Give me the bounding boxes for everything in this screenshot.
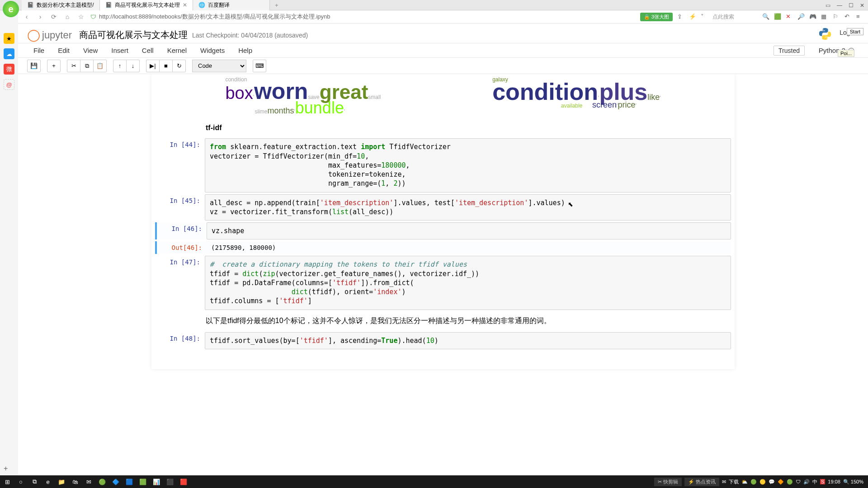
news-pill[interactable]: ⚡ 热点资讯 [684, 478, 719, 486]
back-icon[interactable]: ‹ [23, 13, 31, 21]
start-badge[interactable]: Start [847, 28, 863, 35]
window-button[interactable]: ▭ [826, 2, 830, 9]
mail-icon[interactable]: ✉ [82, 476, 95, 487]
code-cell[interactable]: In [45]: all_desc = np.append(train['ite… [155, 194, 731, 221]
save-button[interactable]: 💾 [27, 60, 41, 72]
sidebar-icon[interactable]: ☁ [4, 48, 14, 59]
explorer-icon[interactable]: 📁 [55, 476, 68, 487]
tray-icon[interactable]: S [820, 479, 825, 484]
move-up-button[interactable]: ↑ [113, 60, 127, 72]
cell-type-select[interactable]: Code [192, 60, 246, 72]
markdown-cell[interactable]: tf-idf [151, 119, 735, 136]
copy-button[interactable]: ⧉ [80, 60, 94, 72]
minimize-icon[interactable]: — [837, 2, 842, 9]
close-icon[interactable]: ✕ [183, 2, 187, 8]
code-cell[interactable]: In [46]: vz.shape [155, 222, 731, 239]
browser-tab[interactable]: 📓 数据分析/文本主题模型/ [22, 0, 100, 10]
app-icon[interactable]: 🟥 [177, 476, 190, 487]
tray-icon[interactable]: 🛡 [796, 479, 801, 484]
code-input[interactable]: # create a dictionary mapping the tokens… [205, 256, 731, 310]
browser-tab[interactable]: 🌐 百度翻译 [193, 0, 270, 10]
tray-icon[interactable]: 🔶 [778, 479, 784, 485]
clock[interactable]: 19:08 [828, 479, 840, 484]
markdown-cell[interactable]: 以下是tfidf得分最低的10个标记，这并不令人惊讶，是我们无法区分一种描述与另… [151, 312, 735, 330]
ext-icon[interactable]: 🟩 [774, 13, 781, 20]
tray-icon[interactable]: ⛅ [741, 479, 748, 485]
tray-icon[interactable]: 🔊 [803, 479, 810, 485]
app-icon[interactable]: 📊 [150, 476, 163, 487]
new-tab-button[interactable]: + [270, 2, 283, 9]
flash-icon[interactable]: ⚡ [689, 13, 696, 20]
notebook-name[interactable]: 商品可视化展示与文本处理 [79, 29, 188, 41]
forward-icon[interactable]: › [36, 13, 44, 21]
chevron-down-icon[interactable]: ˅ [701, 13, 708, 20]
add-cell-button[interactable]: + [47, 60, 61, 72]
run-button[interactable]: ▶| [146, 60, 160, 72]
home-icon[interactable]: ⌂ [63, 13, 71, 21]
extension-badge[interactable]: 🔒 3张大图 [640, 13, 673, 21]
menu-insert[interactable]: Insert [105, 45, 135, 56]
news-pill[interactable]: ✂ 快剪辑 [654, 478, 682, 486]
jupyter-logo[interactable]: ◯jupyter [27, 28, 72, 42]
ext-icon[interactable]: 🔎 [797, 13, 805, 20]
undo-icon[interactable]: ↶ [844, 13, 852, 20]
search-hint[interactable]: 点此搜索 [712, 13, 758, 21]
menu-icon[interactable]: ≡ [856, 13, 863, 20]
menu-help[interactable]: Help [232, 45, 259, 56]
code-input[interactable]: vz.shape [207, 222, 731, 239]
stop-button[interactable]: ■ [159, 60, 173, 72]
code-input[interactable]: tfidf.sort_values(by=['tfidf'], ascendin… [205, 332, 731, 349]
reload-icon[interactable]: ⟳ [50, 13, 58, 21]
add-sidebar-icon[interactable]: + [4, 465, 8, 473]
close-icon[interactable]: ✕ [860, 2, 864, 9]
tray-icon[interactable]: 🟢 [750, 479, 757, 485]
code-cell[interactable]: In [48]: tfidf.sort_values(by=['tfidf'],… [155, 332, 731, 349]
menu-file[interactable]: File [27, 45, 51, 56]
browser-tab[interactable]: 📓 商品可视化展示与文本处理 ✕ [100, 0, 193, 10]
close-icon[interactable]: ✕ [786, 13, 793, 20]
ext-icon[interactable]: 🎮 [809, 13, 816, 20]
menu-cell[interactable]: Cell [136, 45, 160, 56]
code-cell[interactable]: In [47]: # create a dictionary mapping t… [155, 256, 731, 310]
cortana-icon[interactable]: ○ [14, 476, 27, 487]
move-down-button[interactable]: ↓ [126, 60, 140, 72]
app-icon[interactable]: 🔷 [109, 476, 122, 487]
tray-label[interactable]: 下载 [729, 479, 739, 485]
code-cell[interactable]: In [44]: from sklearn.feature_extraction… [155, 138, 731, 192]
store-icon[interactable]: 🛍 [69, 476, 81, 487]
menu-edit[interactable]: Edit [52, 45, 76, 56]
tray-icon[interactable]: 💬 [769, 479, 775, 485]
app-icon[interactable]: 🟩 [137, 476, 149, 487]
taskview-icon[interactable]: ⧉ [28, 476, 41, 487]
code-input[interactable]: from sklearn.feature_extraction.text imp… [205, 138, 731, 192]
paste-button[interactable]: 📋 [93, 60, 107, 72]
app-icon[interactable]: ⬛ [164, 476, 176, 487]
app-icon[interactable]: 🟦 [123, 476, 136, 487]
star-icon[interactable]: ☆ [77, 13, 85, 21]
tray-icon[interactable]: ✉ [722, 479, 726, 485]
tray-icon[interactable]: 中 [812, 479, 817, 485]
search-icon[interactable]: 🔍 [762, 13, 769, 20]
share-icon[interactable]: ⇪ [677, 13, 684, 20]
url-field[interactable]: 🛡 http://localhost:8889/notebooks/数据分析/文… [90, 13, 635, 21]
tray-icon[interactable]: 🟢 [787, 479, 793, 485]
flag-icon[interactable]: ⚐ [833, 13, 840, 20]
start-button[interactable]: ⊞ [1, 476, 14, 487]
command-palette-button[interactable]: ⌨ [253, 60, 266, 72]
edge-icon[interactable]: e [42, 476, 54, 487]
tray-icon[interactable]: 🟡 [760, 479, 766, 485]
code-input[interactable]: all_desc = np.append(train['item_descrip… [205, 194, 731, 221]
zoom-indicator[interactable]: 🔍 150% [843, 479, 863, 485]
menu-widgets[interactable]: Widgets [194, 45, 231, 56]
menu-kernel[interactable]: Kernel [161, 45, 193, 56]
menu-view[interactable]: View [77, 45, 104, 56]
maximize-icon[interactable]: ☐ [849, 2, 854, 9]
restart-button[interactable]: ↻ [172, 60, 186, 72]
notebook-scroll[interactable]: condition box'wornsavegreatsmall _______… [18, 74, 868, 475]
trusted-badge[interactable]: Trusted [774, 46, 805, 56]
cut-button[interactable]: ✂ [67, 60, 80, 72]
sidebar-icon[interactable]: ★ [4, 33, 14, 44]
grid-icon[interactable]: ▦ [821, 13, 828, 20]
sidebar-icon[interactable]: 微 [4, 64, 14, 75]
sidebar-icon[interactable]: @ [4, 79, 14, 90]
